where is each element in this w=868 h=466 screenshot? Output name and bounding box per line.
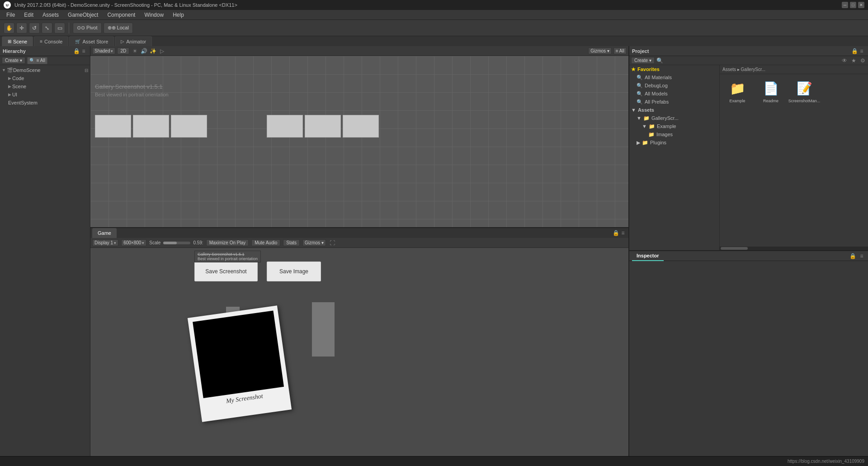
tab-animator[interactable]: ▷ Animator [115,36,152,46]
project-images[interactable]: 📁 Images [629,130,719,138]
project-lock-icon[interactable]: 🔒 [851,48,858,55]
asset-store-tab-icon: 🛒 [75,39,80,44]
shaded-dropdown[interactable]: Shaded ▾ [92,48,115,54]
game-gizmos-dropdown[interactable]: Gizmos ▾ [302,239,326,246]
save-screenshot-button[interactable]: Save Screenshot [194,262,258,281]
project-scrollbar[interactable] [720,247,868,250]
scene-extras-icon[interactable]: ▷ [158,48,165,55]
menu-file[interactable]: File [2,11,19,19]
project-menu-icon[interactable]: ≡ [858,48,865,55]
move-tool-button[interactable]: ✛ [16,23,27,33]
tab-console[interactable]: ≡ Console [34,36,68,46]
project-all-models[interactable]: 🔍 All Models [629,90,719,98]
project-all-prefabs[interactable]: 🔍 All Prefabs [629,98,719,106]
close-button[interactable]: ✕ [858,2,864,8]
project-debug-log[interactable]: 🔍 DebugLog [629,81,719,90]
scale-tool-button[interactable]: ⤡ [42,23,52,33]
pivot-button[interactable]: ⊙ ⊙ Pivot [73,23,102,33]
scale-slider[interactable] [163,242,190,244]
expand-icon: ▶ [637,140,640,146]
minimize-button[interactable]: ─ [842,2,848,8]
maximize-on-play-button[interactable]: Maximize On Play [206,239,249,246]
scene-content[interactable]: Gallery Screenshot v1.5.1 Best viewed in… [90,56,628,227]
tooltip: Gallery Screenshot v1.5.1 Best viewed in… [194,251,261,262]
menu-edit[interactable]: Edit [19,11,38,19]
project-tree: ★ Favorites 🔍 All Materials 🔍 DebugLog 🔍… [629,65,720,250]
right-tabs: Inspector [632,251,664,261]
game-fullscreen-icon[interactable]: ⛶ [329,239,336,247]
search-icon: 🔍 [637,75,643,81]
hierarchy-item-eventsystem[interactable]: EventSystem [0,99,90,107]
scene-box-6 [343,115,379,138]
asset-readme[interactable]: 📄 Readme [755,76,787,108]
menu-window[interactable]: Window [140,11,168,19]
hierarchy-item-code[interactable]: ▶ Code [0,74,90,82]
audio-icon[interactable]: 🔊 [140,48,147,55]
project-plugins[interactable]: ▶ 📁 Plugins [629,138,719,147]
resolution-dropdown[interactable]: 600×800 ▾ [121,239,146,246]
hierarchy-create-button[interactable]: Create ▾ [2,57,25,64]
menu-help[interactable]: Help [168,11,189,19]
hand-tool-button[interactable]: ✋ [4,23,14,33]
hierarchy-lock-icon[interactable]: 🔒 [73,48,80,55]
display-dropdown[interactable]: Display 1 ▾ [92,239,118,246]
asset-example[interactable]: 📁 Example [722,76,753,108]
scene-tab-icon: ⊞ [8,39,11,44]
local-button[interactable]: ⊕ ⊕ Local [104,23,133,33]
scene-boxes-row1 [95,115,207,138]
project-all-materials[interactable]: 🔍 All Materials [629,73,719,81]
stats-button[interactable]: Stats [283,239,300,246]
tab-asset-store[interactable]: 🛒 Asset Store [69,36,114,46]
menu-component[interactable]: Component [103,11,140,19]
expand-arrow-icon: ▼ [2,68,6,72]
expand-arrow-icon: ▶ [8,76,11,81]
project-favorites-header[interactable]: ★ Favorites [629,65,719,73]
gizmos-dropdown[interactable]: Gizmos ▾ [588,48,612,54]
game-panel-lock-icon[interactable]: 🔒 [612,229,619,237]
inspector-menu-icon[interactable]: ≡ [858,252,865,260]
search-icon: 🔍 [637,99,643,105]
scene-subtitle-text: Best viewed in portrait orientation [95,92,624,97]
project-eye-icon[interactable]: 👁 [841,57,848,64]
hierarchy-item-demoscene[interactable]: ▼ 🎬 DemoScene ⊟ [0,66,90,74]
scene-text-area: Gallery Screenshot v1.5.1 Best viewed in… [90,79,628,102]
tab-inspector[interactable]: Inspector [632,251,664,261]
hierarchy-menu-icon[interactable]: ≡ [80,48,87,55]
rect-tool-button[interactable]: ▭ [54,23,65,33]
save-image-button[interactable]: Save Image [267,262,321,281]
rotate-tool-button[interactable]: ↺ [29,23,40,33]
project-example[interactable]: ▼ 📁 Example [629,122,719,130]
folder-icon: 📁 [730,81,745,96]
separator [69,23,69,33]
all-dropdown[interactable]: ≡ All [613,48,627,54]
game-panel-menu-icon[interactable]: ≡ [619,229,627,237]
scene-box-2 [133,115,169,138]
mute-audio-button[interactable]: Mute Audio [251,239,280,246]
pivot-icon: ⊙ [77,25,81,31]
menu-assets[interactable]: Assets [38,11,63,19]
expand-icon: ▼ [631,107,636,113]
hierarchy-search[interactable]: 🔍 ≡ All [27,57,47,64]
hierarchy-item-scene[interactable]: ▶ Scene [0,82,90,90]
project-assets-header[interactable]: ▼ Assets [629,106,719,114]
tab-game[interactable]: Game [92,228,117,238]
lighting-icon[interactable]: ☀ [131,48,138,55]
main-layout: Hierarchy 🔒 ≡ Create ▾ 🔍 ≡ All ▼ 🎬 DemoS… [0,46,868,456]
game-content[interactable]: Gallery Screenshot v1.5.1 Best viewed in… [90,248,628,456]
inspector-content [629,261,868,456]
project-settings-icon[interactable]: ⚙ [859,57,866,64]
tab-scene[interactable]: ⊞ Scene [2,36,33,46]
asset-screenshotman[interactable]: 📝 ScreenshotMan... [788,76,820,108]
maximize-button[interactable]: □ [850,2,856,8]
project-star-icon[interactable]: ★ [850,57,857,64]
vfx-icon[interactable]: ✨ [149,48,156,55]
menu-gameobject[interactable]: GameObject [63,11,103,19]
2d-button[interactable]: 2D [117,48,129,54]
project-search-icon[interactable]: 🔍 [656,57,664,64]
hierarchy-item-ui[interactable]: ▶ UI [0,90,90,99]
scale-label: Scale [149,240,160,245]
project-create-button[interactable]: Create ▾ [631,57,655,64]
hierarchy-menu-btn[interactable]: ⊟ [85,68,88,73]
project-galleryscr[interactable]: ▼ 📁 GalleryScr... [629,114,719,122]
inspector-lock-icon[interactable]: 🔒 [849,252,856,260]
